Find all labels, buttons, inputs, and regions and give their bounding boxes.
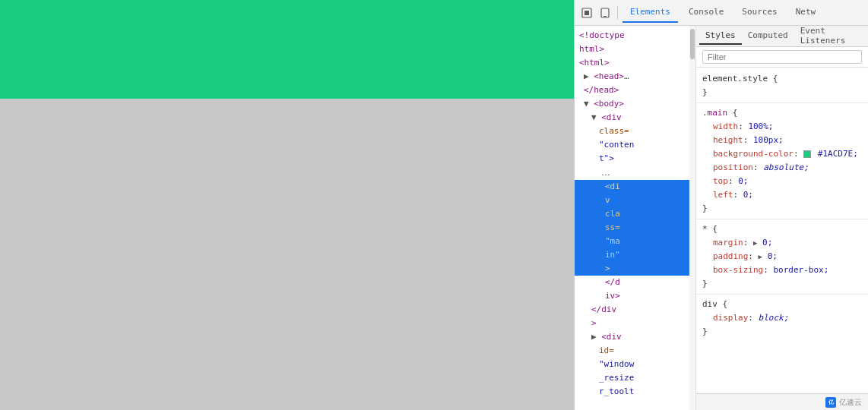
bottom-bar: 亿 亿速云 [696,393,868,410]
svg-rect-1 [584,11,589,15]
css-rule-main: .main { width: 100%; height: 100px; back… [696,105,868,217]
styles-filter-container [696,47,868,68]
dom-line-id-tooltip[interactable]: r_toolt [575,385,695,399]
css-rule-star: * { margin: ▶ 0; padding: ▶ 0; box-sizin… [696,221,868,292]
green-bar [0,0,574,99]
css-prop-padding: padding: ▶ 0; [702,250,862,263]
dom-line-id-value[interactable]: "window [575,358,695,371]
dom-line-id-resizer[interactable]: _resize [575,371,695,385]
dom-line-main-ss[interactable]: ss= [575,221,695,235]
css-prop-top: top: 0; [702,175,862,188]
dom-line-div-content-close[interactable]: </div [575,303,695,317]
dom-line-html-open[interactable]: html> [575,43,695,56]
preview-area [0,0,574,410]
dom-panel[interactable]: <!doctype html> <html> ▶ <head>… </head>… [575,26,696,410]
css-selector-element: element.style { [702,72,862,86]
dom-line-body[interactable]: ▼ <body> [575,97,695,111]
css-close-div: } [702,325,862,339]
dom-line-main-close[interactable]: > [575,262,695,276]
tab-sources[interactable]: Sources [734,2,784,23]
css-rule-div: div { display: block; } [696,296,868,340]
dom-line-main-in[interactable]: in" [575,248,695,262]
device-icon[interactable] [597,5,613,20]
dom-line-div-close-gt[interactable]: > [575,317,695,330]
subtab-event-listeners[interactable]: Event Listeners [794,26,865,50]
bottom-logo: 亿 亿速云 [825,397,862,408]
dom-line-html-tag[interactable]: <html> [575,56,695,70]
css-close-element: } [702,86,862,99]
dom-scrollbar[interactable] [689,26,695,410]
devtools-body: <!doctype html> <html> ▶ <head>… </head>… [575,26,868,410]
devtools-toolbar: Elements Console Sources Netw [575,0,868,26]
css-prop-background-color: background-color: #1ACD7E; [702,147,862,161]
svg-rect-3 [603,16,607,17]
dom-line-class-value[interactable]: "conten [575,138,695,152]
css-prop-height: height: 100px; [702,134,862,147]
dom-line-class-end[interactable]: t"> [575,152,695,166]
css-selector-div: div { [702,298,862,311]
styles-subtabs: Styles Computed Event Listeners [696,26,868,47]
devtools-panel: Elements Console Sources Netw <!doctype … [574,0,868,410]
css-close-star: } [702,277,862,291]
color-swatch[interactable] [803,150,811,158]
dom-line-doctype[interactable]: <!doctype [575,29,695,43]
css-prop-display: display: block; [702,311,862,325]
css-selector-main: .main { [702,106,862,120]
css-prop-left: left: 0; [702,188,862,202]
toolbar-separator [617,6,618,20]
expand-button[interactable]: … [599,166,613,178]
dom-scrollbar-thumb [690,29,695,59]
subtab-computed[interactable]: Computed [742,27,794,45]
css-selector-star: * { [702,222,862,236]
dom-line-main-ma[interactable]: "ma [575,235,695,248]
dom-line-main-div2[interactable]: v [575,194,695,207]
dom-line-main-cla[interactable]: cla [575,207,695,221]
css-prop-margin: margin: ▶ 0; [702,236,862,250]
dom-line-div-content-open[interactable]: ▼ <div [575,111,695,125]
logo-icon: 亿 [825,397,836,408]
styles-filter-input[interactable] [702,50,862,64]
dom-line-close-d[interactable]: </d [575,276,695,289]
tab-elements[interactable]: Elements [622,2,678,23]
tab-console[interactable]: Console [681,2,731,23]
inspect-icon[interactable] [579,5,594,20]
css-prop-width: width: 100%; [702,120,862,134]
logo-text: 亿速云 [839,397,862,408]
dom-line-class-attr[interactable]: class= [575,125,695,138]
dom-line-id-attr[interactable]: id= [575,344,695,358]
dom-line-head-close[interactable]: </head> [575,84,695,97]
dom-line-main-div[interactable]: <di [575,180,695,194]
dom-line-div-window[interactable]: ▶ <div [575,330,695,344]
divider-2 [696,219,868,219]
css-close-main: } [702,202,862,216]
subtab-styles[interactable]: Styles [699,27,742,45]
dom-line-close-iv[interactable]: iv> [575,289,695,303]
css-prop-position: position: absolute; [702,161,862,175]
divider-3 [696,294,868,295]
css-rule-element-style: element.style { } [696,71,868,101]
divider-1 [696,102,868,103]
styles-panel: Styles Computed Event Listeners element.… [696,26,868,410]
dom-line-ellipsis[interactable]: … [575,166,695,180]
styles-content: element.style { } .main { width: 100%; [696,68,868,393]
dom-line-head[interactable]: ▶ <head>… [575,70,695,84]
tab-network[interactable]: Netw [788,2,824,23]
css-prop-box-sizing: box-sizing: border-box; [702,263,862,277]
